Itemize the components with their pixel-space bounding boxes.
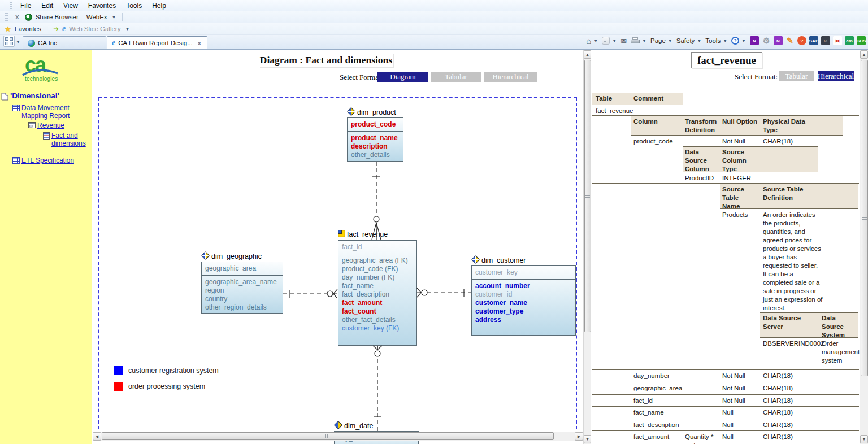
tab-ca-erwin-report-designer[interactable]: e CA ERwin Report Desig... x — [107, 36, 207, 49]
report-vertical-scrollbar[interactable]: ▲ ▼ — [860, 50, 868, 444]
scrollbar-thumb[interactable] — [861, 60, 868, 376]
safety-menu[interactable]: Safety▼ — [676, 37, 702, 44]
column-header: Source Table Name — [722, 185, 753, 211]
close-tab-icon[interactable]: x — [198, 40, 201, 46]
tab-label: CA Inc — [38, 40, 57, 46]
help-red-icon[interactable]: ? — [797, 36, 806, 45]
menu-edit[interactable]: Edit — [36, 1, 58, 11]
table-cell: Order management system — [822, 339, 860, 365]
column-header: Physical Data Type — [763, 117, 817, 134]
tree-link[interactable]: Fact and dimensions — [51, 132, 89, 147]
window-icon — [28, 122, 36, 130]
scroll-up-button[interactable]: ▲ — [860, 50, 868, 59]
webex-menu[interactable]: WebEx — [86, 14, 107, 20]
format-button-hierarchical[interactable]: Hierarchical — [818, 71, 854, 81]
diagram-vertical-scrollbar[interactable]: ▲ ▼ — [583, 50, 591, 444]
mail-button[interactable]: ✉ — [620, 37, 627, 45]
scroll-down-button[interactable]: ▼ — [584, 435, 591, 443]
sidebar: ca technologies 'Dimensional'Data Moveme… — [0, 50, 92, 444]
add-webslice-icon[interactable]: ➜ — [53, 25, 59, 33]
menu-tools[interactable]: Tools — [121, 1, 147, 11]
chevron-down-icon[interactable]: ▼ — [16, 40, 20, 45]
scroll-left-button[interactable]: ◀ — [93, 432, 101, 441]
page-content: ca technologies 'Dimensional'Data Moveme… — [0, 50, 868, 444]
diagram-panel: Diagram : Fact and dimensions Select For… — [93, 50, 583, 444]
table-cell: CHAR(18) — [763, 384, 793, 393]
table-cell: DBSERVERIND0002 — [763, 339, 824, 348]
menu-file[interactable]: File — [15, 1, 36, 11]
table-cell: geographic_area — [633, 384, 682, 393]
tree-link[interactable]: Data Movement Mapping Report — [21, 104, 89, 120]
chevron-down-icon[interactable]: ▼ — [112, 15, 116, 20]
table-cell: ProductID — [685, 174, 714, 182]
table-cell: INTEGER — [722, 174, 751, 182]
browser-toolbar: ⌂▼ ▼ ✉ ▼ Page▼ Safety▼ Tools▼ ?▼ N⚙N✎?SA… — [586, 36, 866, 45]
drag-handle[interactable] — [10, 2, 12, 9]
table-row: ColumnTransform DefinitionNull OptionPhy… — [592, 116, 859, 136]
relationship-fact-date — [373, 346, 382, 431]
table-row: product_codeNot NullCHAR(18) — [592, 136, 859, 146]
scrollbar-thumb[interactable] — [102, 432, 554, 440]
menu-view[interactable]: View — [58, 1, 83, 11]
format-button-tabular[interactable]: Tabular — [779, 71, 814, 81]
select-format-label: Select Format: — [735, 72, 778, 81]
scroll-up-button[interactable]: ▲ — [584, 50, 591, 59]
drag-handle[interactable] — [5, 13, 8, 21]
onenote-icon[interactable]: N — [750, 36, 759, 45]
cm-icon[interactable]: cm — [845, 36, 854, 45]
print-button[interactable]: ▼ — [631, 37, 646, 45]
scrollbar-thumb[interactable] — [584, 60, 591, 332]
printer-icon — [631, 37, 640, 45]
menu-bar: FileEditViewFavoritesToolsHelp — [0, 0, 868, 11]
gcs-icon[interactable]: GCS — [857, 36, 866, 45]
menu-favorites[interactable]: Favorites — [83, 1, 121, 11]
table-cell: fact_id — [633, 397, 653, 405]
command-bar: x Share Browser WebEx ▼ — [0, 11, 868, 23]
report-tree: 'Dimensional'Data Movement Mapping Repor… — [0, 92, 89, 166]
tree-link[interactable]: Revenue — [37, 121, 64, 129]
scroll-right-button[interactable]: ▶ — [575, 432, 583, 441]
tree-link[interactable]: 'Dimensional' — [10, 92, 59, 100]
page-menu[interactable]: Page▼ — [650, 37, 672, 44]
person-icon[interactable]: ☺ — [821, 36, 830, 45]
tab-ca-inc[interactable]: CA Inc — [23, 36, 106, 49]
scroll-down-button[interactable]: ▼ — [860, 435, 868, 443]
table-cell: CHAR(18) — [763, 137, 793, 146]
favorites-button[interactable]: Favorites — [15, 25, 41, 32]
sap-icon[interactable]: SAP — [809, 36, 818, 45]
relationship-product-fact — [372, 162, 381, 240]
mail-icon: ✉ — [620, 37, 627, 45]
table-cell: Not Null — [722, 372, 745, 380]
diagram-horizontal-scrollbar[interactable]: ◀ ▶ — [93, 432, 583, 441]
quick-tabs-icon[interactable] — [3, 36, 15, 47]
table-row: Source Table NameSource Table Definition — [592, 184, 859, 209]
sidebar-item-dimensional: 'Dimensional' — [0, 92, 89, 102]
webslice-gallery-button[interactable]: Web Slice Gallery — [69, 25, 120, 32]
home-button[interactable]: ⌂▼ — [586, 37, 598, 45]
ribbon-icon[interactable]: ⋈ — [833, 36, 842, 45]
table-cell: day_number — [633, 372, 670, 380]
chevron-down-icon[interactable]: ▼ — [125, 27, 129, 32]
share-browser-button[interactable]: Share Browser — [36, 14, 79, 20]
menu-help[interactable]: Help — [147, 1, 171, 11]
gear-icon[interactable]: ⚙ — [762, 36, 771, 45]
separator — [47, 25, 47, 33]
ie-icon: e — [112, 40, 115, 46]
report-icon — [43, 132, 50, 141]
onenote-clip-icon[interactable]: N — [774, 36, 783, 45]
separator — [122, 13, 123, 21]
report-title: fact_revenue — [691, 52, 762, 68]
feeds-button[interactable]: ▼ — [602, 37, 617, 45]
table-cell: Null — [722, 421, 734, 429]
table-cell: Quantity * unit price — [685, 433, 719, 444]
pen-icon[interactable]: ✎ — [785, 36, 795, 45]
column-header: Null Option — [722, 117, 762, 126]
tools-menu[interactable]: Tools▼ — [705, 37, 727, 44]
column-header: Data Source Column — [685, 148, 716, 173]
help-button[interactable]: ?▼ — [731, 37, 746, 45]
hierarchical-report-table: TableCommentfact_revenueColumnTransform … — [592, 93, 859, 444]
tree-link[interactable]: ETL Specification — [21, 156, 74, 164]
sidebar-item-data-movement-mapping-report: Data Movement Mapping Report — [0, 104, 89, 120]
browser-window: FileEditViewFavoritesToolsHelp x Share B… — [0, 0, 868, 444]
close-toolbar-icon[interactable]: x — [13, 13, 21, 21]
